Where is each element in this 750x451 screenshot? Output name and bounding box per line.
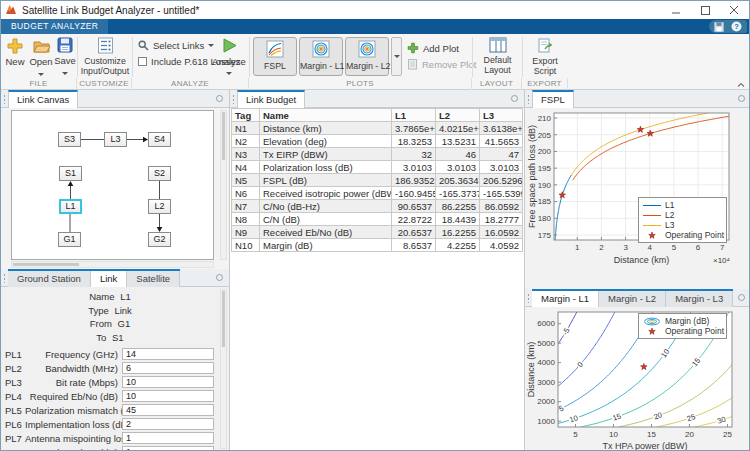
col-tag[interactable]: Tag xyxy=(232,109,260,122)
property-input[interactable] xyxy=(122,404,214,416)
margin-tab[interactable]: Margin - L1 xyxy=(532,291,599,307)
table-row[interactable]: N7 C/No (dB-Hz) 90.6537 86.2255 86.0592 xyxy=(232,200,523,213)
col-l1[interactable]: L1 xyxy=(392,109,436,122)
property-input[interactable] xyxy=(122,362,214,374)
property-input[interactable] xyxy=(122,418,214,430)
properties-tab[interactable]: Link xyxy=(91,271,127,287)
cell-l2: 3.0103 xyxy=(436,161,480,174)
section-plots: PLOTS xyxy=(249,78,472,90)
canvas-node-g2[interactable]: G2 xyxy=(148,232,171,247)
table-row[interactable]: N8 C/N (dB) 22.8722 18.4439 18.2777 xyxy=(232,213,523,226)
property-input[interactable] xyxy=(122,432,214,444)
canvas-node-g1[interactable]: G1 xyxy=(58,232,81,247)
cell-l1: 18.3253 xyxy=(392,135,436,148)
open-button[interactable]: Open xyxy=(29,37,53,78)
minimize-button[interactable] xyxy=(662,1,691,19)
col-l3[interactable]: L3 xyxy=(480,109,523,122)
canvas-node-s2[interactable]: S2 xyxy=(148,166,171,181)
canvas-vertical-scrollbar[interactable] xyxy=(220,110,227,260)
analyze-caret[interactable] xyxy=(226,72,232,75)
canvas-node-s4[interactable]: S4 xyxy=(148,132,171,147)
svg-text:1000: 1000 xyxy=(537,417,555,426)
table-row[interactable]: N5 FSPL (dB) 186.9352 205.3634 206.5296 xyxy=(232,174,523,187)
panel-menu-icon[interactable] xyxy=(738,95,745,102)
add-plot-button[interactable]: Add Plot xyxy=(407,42,459,54)
cell-l1: 20.6537 xyxy=(392,226,436,239)
table-row[interactable]: N2 Elevation (deg) 18.3253 13.5231 41.56… xyxy=(232,135,523,148)
property-input[interactable] xyxy=(122,390,214,402)
svg-text:6000: 6000 xyxy=(537,319,555,328)
panel-menu-icon[interactable] xyxy=(511,95,518,102)
canvas-node-l1[interactable]: L1 xyxy=(59,199,82,214)
property-label: Type xyxy=(88,305,109,316)
checkbox-box[interactable] xyxy=(138,57,147,66)
cell-l3: 41.5653 xyxy=(480,135,523,148)
tab-link-canvas[interactable]: Link Canvas xyxy=(8,90,78,108)
analyze-button[interactable]: Analyze xyxy=(212,37,246,78)
scrollbar-thumb[interactable] xyxy=(13,263,79,266)
property-input[interactable] xyxy=(122,376,214,388)
cell-l3: 3.0103 xyxy=(480,161,523,174)
tab-fspl[interactable]: FSPL xyxy=(532,90,574,108)
properties-scrollbar[interactable] xyxy=(220,289,227,449)
table-row[interactable]: N3 Tx EIRP (dBW) 32 46 47 xyxy=(232,148,523,161)
help-icon[interactable]: ? xyxy=(731,21,742,32)
panel-menu-icon[interactable] xyxy=(738,294,745,301)
save-button[interactable]: Save xyxy=(54,37,76,77)
margin-tab[interactable]: Margin - L3 xyxy=(666,291,733,307)
vertical-splitter[interactable] xyxy=(524,90,525,450)
property-input[interactable] xyxy=(122,446,214,451)
canvas-node-l2[interactable]: L2 xyxy=(148,199,171,214)
table-row[interactable]: N10 Margin (dB) 8.6537 4.2255 4.0592 xyxy=(232,239,523,252)
panel-menu-icon[interactable] xyxy=(216,95,223,102)
panel-drag-handle[interactable] xyxy=(3,273,6,283)
tab-link-budget[interactable]: Link Budget xyxy=(237,90,305,108)
scrollbar-thumb[interactable] xyxy=(222,112,225,160)
save-dropdown-caret[interactable] xyxy=(62,72,68,75)
panel-drag-handle[interactable] xyxy=(3,94,6,104)
table-row[interactable]: N9 Received Eb/No (dB) 20.6537 16.2255 1… xyxy=(232,226,523,239)
default-layout-button[interactable]: Default Layout xyxy=(475,37,520,75)
col-l2[interactable]: L2 xyxy=(436,109,480,122)
panel-drag-handle[interactable] xyxy=(527,94,530,104)
table-row[interactable]: N4 Polarization loss (dB) 3.0103 3.0103 … xyxy=(232,161,523,174)
cell-l3: 4.0592 xyxy=(480,239,523,252)
vertical-splitter[interactable] xyxy=(229,90,230,450)
svg-text:5: 5 xyxy=(672,243,677,252)
customize-io-button[interactable]: Customize Input/Output xyxy=(80,37,130,76)
canvas-node-l3[interactable]: L3 xyxy=(104,132,127,147)
plot-gallery-margin-l1[interactable]: Margin - L1 xyxy=(299,37,343,76)
canvas-node-s1[interactable]: S1 xyxy=(59,166,82,181)
open-dropdown-caret[interactable] xyxy=(38,73,44,76)
property-row: PL8 Radome loss (dB) xyxy=(1,446,219,451)
margin-tab[interactable]: Margin - L2 xyxy=(599,291,666,307)
tab-budget-analyzer[interactable]: BUDGET ANALYZER xyxy=(1,19,108,34)
panel-menu-icon[interactable] xyxy=(216,274,223,281)
export-script-button[interactable]: Export Script xyxy=(525,37,565,76)
plot-gallery-fspl[interactable]: FSPL xyxy=(253,37,297,76)
new-button[interactable]: New xyxy=(3,37,27,67)
property-name: Required Eb/No (dB) xyxy=(25,391,118,402)
properties-tab[interactable]: Ground Station xyxy=(8,271,91,287)
table-row[interactable]: N6 Received isotropic power (dBW) -160.9… xyxy=(232,187,523,200)
legend-entry: Operating Point xyxy=(643,230,722,240)
margin-header: Margin - L1Margin - L2Margin - L3 xyxy=(525,289,750,307)
link-canvas[interactable]: S3L3S4S1S2L1L2G1G2 xyxy=(11,110,214,260)
remove-plot-button[interactable]: Remove Plot xyxy=(407,58,476,70)
panel-drag-handle[interactable] xyxy=(527,293,530,303)
table-row[interactable]: N1 Distance (km) 3.7865e+03 4.0215e+04 3… xyxy=(232,122,523,135)
canvas-node-s3[interactable]: S3 xyxy=(58,132,81,147)
canvas-horizontal-scrollbar[interactable] xyxy=(11,261,214,268)
svg-text:25: 25 xyxy=(723,430,732,439)
properties-tab[interactable]: Satellite xyxy=(127,271,180,287)
gallery-dropdown-button[interactable] xyxy=(391,37,402,76)
close-button[interactable] xyxy=(720,1,749,19)
col-name[interactable]: Name xyxy=(260,109,392,122)
plot-gallery-margin-l2[interactable]: Margin - L2 xyxy=(345,37,389,76)
select-links-button[interactable]: Select Links xyxy=(138,40,214,51)
scrollbar-thumb[interactable] xyxy=(222,291,225,347)
maximize-button[interactable] xyxy=(691,1,720,19)
property-input[interactable] xyxy=(122,348,214,360)
quick-save-icon[interactable] xyxy=(714,22,724,32)
panel-drag-handle[interactable] xyxy=(232,94,235,104)
